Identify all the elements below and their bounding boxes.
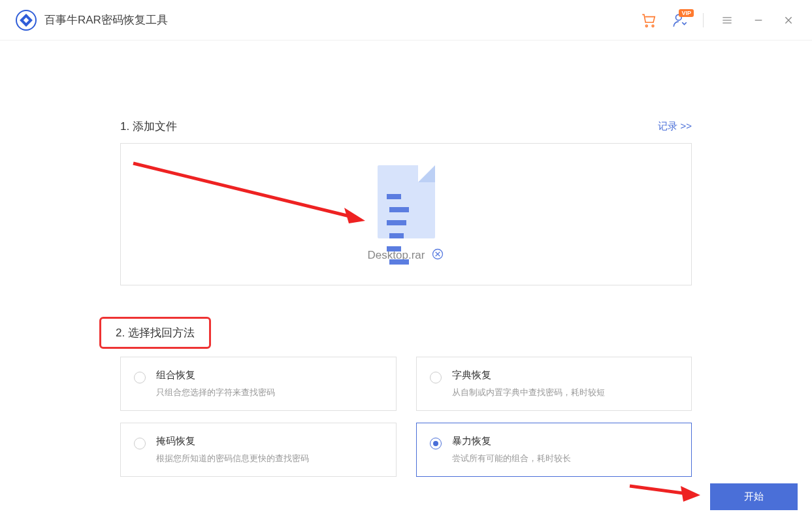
step1-header: 1. 添加文件 记录 >>: [120, 119, 692, 134]
footer: 开始: [710, 483, 798, 510]
main-content: 1. 添加文件 记录 >> Desktop.rar 2. 选择找回方法: [0, 119, 812, 477]
title-left: 百事牛RAR密码恢复工具: [16, 10, 168, 31]
cart-icon[interactable]: [640, 12, 657, 29]
radio-icon: [430, 438, 442, 449]
app-title: 百事牛RAR密码恢复工具: [44, 12, 168, 27]
close-icon[interactable]: [781, 12, 796, 28]
step2-title: 2. 选择找回方法: [116, 325, 195, 340]
option-desc: 尝试所有可能的组合，耗时较长: [452, 453, 571, 464]
radio-icon: [430, 372, 442, 383]
option-desc: 从自制或内置字典中查找密码，耗时较短: [452, 387, 605, 398]
file-icon: [378, 165, 435, 238]
option-title: 掩码恢复: [156, 435, 309, 447]
svg-line-14: [630, 486, 688, 494]
option-title: 字典恢复: [452, 369, 605, 381]
step1-title: 1. 添加文件: [120, 119, 177, 134]
option-title: 组合恢复: [156, 369, 275, 381]
radio-icon: [134, 372, 146, 383]
app-logo-icon: [16, 10, 37, 31]
start-button[interactable]: 开始: [710, 483, 798, 510]
option-dictionary[interactable]: 字典恢复 从自制或内置字典中查找密码，耗时较短: [416, 357, 692, 411]
vip-badge: VIP: [679, 9, 694, 17]
option-brute-force[interactable]: 暴力恢复 尝试所有可能的组合，耗时较长: [416, 423, 692, 477]
svg-marker-15: [681, 486, 700, 502]
divider: [703, 13, 704, 27]
user-icon[interactable]: VIP: [672, 12, 689, 29]
option-desc: 只组合您选择的字符来查找密码: [156, 387, 275, 398]
records-link[interactable]: 记录 >>: [658, 120, 692, 133]
option-combination[interactable]: 组合恢复 只组合您选择的字符来查找密码: [120, 357, 397, 411]
svg-point-0: [645, 25, 647, 27]
remove-file-icon[interactable]: [431, 248, 444, 263]
menu-icon[interactable]: [718, 11, 736, 29]
option-desc: 根据您所知道的密码信息更快的查找密码: [156, 453, 309, 464]
radio-icon: [134, 438, 146, 449]
svg-point-1: [652, 25, 654, 27]
option-title: 暴力恢复: [452, 435, 571, 447]
recovery-options-grid: 组合恢复 只组合您选择的字符来查找密码 字典恢复 从自制或内置字典中查找密码，耗…: [120, 357, 692, 477]
annotation-arrow-icon: [626, 474, 704, 506]
step2-highlight-box: 2. 选择找回方法: [99, 317, 211, 349]
file-dropzone[interactable]: Desktop.rar: [120, 143, 692, 285]
minimize-icon[interactable]: [751, 12, 766, 28]
option-mask[interactable]: 掩码恢复 根据您所知道的密码信息更快的查找密码: [120, 423, 397, 477]
title-right: VIP: [640, 11, 796, 29]
titlebar: 百事牛RAR密码恢复工具 VIP: [0, 0, 812, 40]
